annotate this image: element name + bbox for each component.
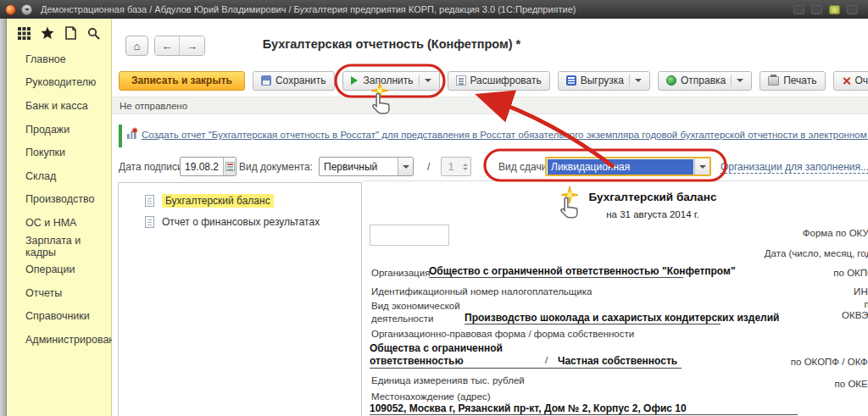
organizations-to-fill-link[interactable]: Организации для заполнения... (721, 161, 868, 174)
sidebar-item-spravochniki[interactable]: Справочники (7, 305, 111, 329)
forward-arrow-icon: → (186, 40, 198, 53)
titlebar: Демонстрационная база / Абдулов Юрий Вла… (0, 0, 868, 19)
sidebar-item-administrirovanie[interactable]: Администрирование (7, 328, 111, 352)
save-button[interactable]: Сохранить (253, 71, 335, 91)
calendar-picker-button[interactable] (223, 158, 236, 175)
favorites-star-icon[interactable] (40, 26, 54, 41)
minimize-button[interactable] (793, 5, 804, 14)
ownership-value: Частная собственность (558, 355, 677, 367)
clear-button[interactable]: Очистить (833, 71, 868, 91)
home-button[interactable]: ⌂ (125, 36, 148, 56)
okved-label-line2: ОКВЭД (842, 310, 868, 320)
system-menu-button[interactable] (21, 4, 32, 15)
unit-label: Единица измерения: (371, 375, 465, 385)
form-subtitle: на 31 августа 2014 г. (363, 209, 868, 219)
menu-grid-icon[interactable] (17, 26, 31, 41)
inn-right-label: ИНН (854, 286, 868, 297)
okei-label: по ОКЕИ (835, 379, 868, 389)
sidebar-item-zarplata-i-kadry[interactable]: Зарплата и кадры (7, 235, 111, 258)
save-close-button[interactable]: Записать и закрыть (119, 71, 245, 91)
play-icon (351, 76, 362, 85)
sign-date-label: Дата подписи: (119, 161, 186, 173)
export-button[interactable]: Выгрузка (558, 71, 650, 91)
rosstat-notice: Создать отчет "Бухгалтерская отчетность … (112, 120, 868, 153)
report-kind-select[interactable]: Ликвидационная (545, 157, 711, 176)
main-area: ⌂ ← → Бухгалтерская отчетность (Конфетпр… (112, 19, 868, 416)
chevron-down-icon[interactable] (635, 79, 642, 86)
calendar-icon (225, 162, 235, 171)
sidebar-item-pokupki[interactable]: Покупки (7, 141, 111, 164)
sidebar-item-sklad[interactable]: Склад (7, 164, 111, 188)
send-status-text: Не отправлено (112, 101, 187, 111)
okopf-label: по ОКОПФ / ОКФС (791, 357, 868, 367)
printer-icon (768, 76, 779, 86)
window-controls (793, 5, 863, 14)
inn-label: Идентификационный номер налогоплательщик… (371, 286, 592, 297)
application-window: Демонстрационная база / Абдулов Юрий Вла… (0, 0, 868, 416)
red-x-icon (842, 76, 851, 86)
globe-icon (666, 75, 676, 86)
legal-form-label: Организационно-правовая форма / форма со… (371, 329, 634, 339)
okud-label: Форма по ОКУД (803, 228, 868, 238)
correction-number-stepper[interactable]: 1 (441, 157, 471, 176)
sidebar-item-proizvodstvo[interactable]: Производство (7, 188, 111, 212)
chevron-down-icon[interactable] (737, 79, 743, 86)
send-status-bar: Не отправлено (112, 97, 868, 114)
dropdown-button[interactable] (398, 158, 413, 175)
activity-label-line1: Вид экономической (371, 301, 460, 311)
address-value: 109052, Москва г, Рязанский пр-кт, Дом №… (370, 402, 798, 415)
sidebar-item-os-i-nma[interactable]: ОС и НМА (7, 211, 111, 235)
doc-type-select[interactable]: Первичный (319, 157, 414, 176)
sidebar-item-glavnoe[interactable]: Главное (7, 47, 111, 71)
sidebar-item-rukovoditelyu[interactable]: Руководителю (7, 71, 111, 95)
doc-type-label: Вид документа: (239, 161, 313, 173)
1c-app-icon (5, 4, 16, 15)
history-nav-group: ← → (154, 36, 205, 56)
fill-button[interactable]: Заполнить (342, 71, 440, 91)
print-button[interactable]: Печать (760, 71, 825, 91)
unit-value: в тыс. рублей (463, 375, 525, 385)
forward-button[interactable]: → (180, 36, 204, 55)
ownership-separator: / (545, 355, 548, 365)
document-icon (145, 216, 154, 228)
org-label: Организация (371, 268, 430, 278)
tree-item-financial-results[interactable]: Отчет о финансовых результатах (119, 211, 361, 232)
sections-sidebar: Главное Руководителю Банк и касса Продаж… (7, 19, 112, 416)
document-icon (145, 195, 154, 207)
create-rosstat-report-link[interactable]: Создать отчет "Бухгалтерская отчетность … (142, 130, 868, 140)
chevron-down-icon[interactable] (425, 79, 431, 86)
sidebar-item-bank-i-kassa[interactable]: Банк и касса (7, 94, 111, 118)
legal-form-value-line2: ответственностью (370, 355, 464, 367)
period-input[interactable] (370, 225, 449, 246)
close-button[interactable] (847, 5, 858, 14)
restore-button[interactable] (811, 5, 822, 14)
report-kind-value: Ликвидационная (548, 159, 693, 175)
back-button[interactable]: ← (155, 36, 180, 55)
form-toolbar: Записать и закрыть Сохранить Заполнить Р… (112, 68, 868, 93)
history-icon[interactable] (64, 26, 78, 41)
send-button[interactable]: Отправка (658, 71, 752, 91)
chevron-down-icon (403, 165, 409, 172)
tree-item-balance[interactable]: Бухгалтерский баланс (119, 190, 361, 211)
back-arrow-icon: ← (162, 40, 173, 53)
sheet-icon (456, 75, 466, 86)
report-forms-tree: Бухгалтерский баланс Отчет о финансовых … (118, 182, 362, 416)
sidebar-item-operatsii[interactable]: Операции (7, 258, 111, 281)
legal-form-value-line1: Общества с ограниченной (370, 342, 503, 354)
form-title: Бухгалтерский баланс (363, 191, 868, 203)
stepper-arrows[interactable] (460, 158, 470, 175)
dropdown-button[interactable] (694, 158, 709, 175)
sidebar-item-otchety[interactable]: Отчеты (7, 281, 111, 305)
sign-date-field[interactable]: 19.08.2 (180, 157, 236, 176)
chevron-down-icon (25, 8, 30, 14)
search-icon[interactable] (86, 26, 101, 41)
chevron-down-icon (699, 165, 706, 172)
decrypt-button[interactable]: Расшифровать (448, 71, 550, 91)
sidebar-item-prodazhi[interactable]: Продажи (7, 118, 111, 141)
balance-sheet-form: Бухгалтерский баланс на 31 августа 2014 … (363, 180, 868, 416)
window-title: Демонстрационная база / Абдулов Юрий Вла… (41, 4, 576, 14)
service-icon (829, 5, 840, 14)
activity-label-line2: деятельности (371, 313, 433, 324)
address-label: Местонахождение (адрес) (371, 391, 491, 402)
legal-form-underline: ответственностью / Частная собственность (370, 355, 682, 369)
